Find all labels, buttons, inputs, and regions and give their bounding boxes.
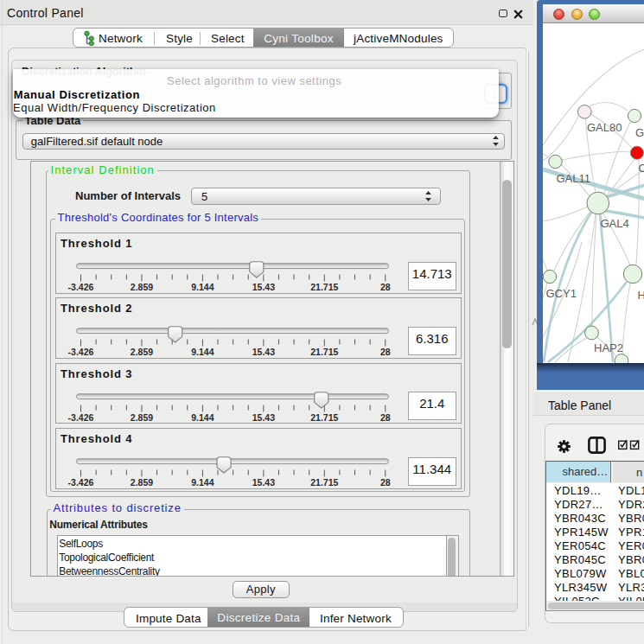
- svg-text:GAL80: GAL80: [587, 121, 622, 134]
- svg-text:GCY1: GCY1: [545, 287, 576, 300]
- svg-text:G.: G.: [635, 126, 644, 139]
- svg-text:15.43: 15.43: [252, 477, 274, 488]
- svg-text:28: 28: [379, 282, 390, 292]
- svg-text:-3.426: -3.426: [67, 477, 93, 488]
- svg-text:2.859: 2.859: [130, 411, 152, 422]
- svg-text:15.43: 15.43: [252, 411, 274, 422]
- svg-text:21.715: 21.715: [310, 477, 338, 488]
- svg-text:2.859: 2.859: [130, 477, 152, 488]
- svg-text:2.859: 2.859: [130, 347, 152, 357]
- svg-text:-3.426: -3.426: [67, 411, 93, 422]
- svg-text:28: 28: [379, 411, 390, 422]
- svg-text:H: H: [637, 289, 644, 302]
- svg-text:21.715: 21.715: [310, 282, 338, 292]
- svg-text:9.144: 9.144: [191, 282, 214, 292]
- svg-text:-3.426: -3.426: [67, 282, 93, 292]
- svg-text:C: C: [638, 162, 644, 175]
- svg-text:28: 28: [379, 477, 390, 488]
- svg-text:28: 28: [379, 347, 390, 357]
- svg-text:GAL11: GAL11: [556, 172, 590, 185]
- svg-text:-3.426: -3.426: [67, 347, 93, 357]
- svg-text:9.144: 9.144: [191, 477, 214, 488]
- svg-text:15.43: 15.43: [252, 347, 274, 357]
- svg-text:GAL4: GAL4: [600, 217, 628, 230]
- svg-text:2.859: 2.859: [130, 282, 152, 292]
- svg-text:21.715: 21.715: [310, 347, 338, 357]
- svg-text:21.715: 21.715: [310, 411, 338, 422]
- svg-text:15.43: 15.43: [252, 282, 274, 292]
- svg-text:9.144: 9.144: [191, 411, 214, 422]
- svg-text:HAP2: HAP2: [594, 341, 623, 354]
- svg-text:9.144: 9.144: [191, 347, 214, 357]
